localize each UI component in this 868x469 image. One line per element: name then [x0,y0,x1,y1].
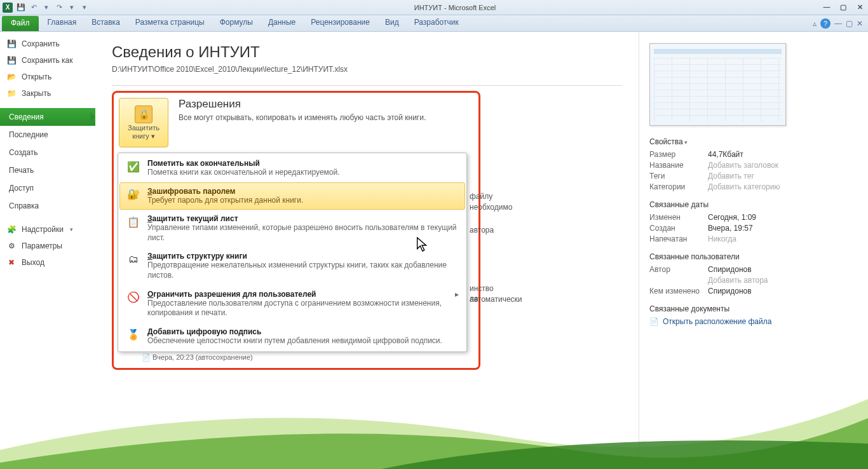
window-close-icon[interactable]: ✕ [857,19,863,28]
prop-cat-key: Категории [649,182,708,191]
prop-auth-key: Автор [649,265,708,274]
tab-page-layout[interactable]: Разметка страницы [128,15,212,31]
signature-icon: 🏅 [126,327,141,343]
maximize-button[interactable]: ▢ [837,3,849,11]
autosave-line: 📄 Вчера, 20:23 (автосохранение) [142,353,473,362]
tab-view[interactable]: Вид [377,15,407,31]
nav-recent[interactable]: Последние [0,126,95,144]
nav-options-label: Параметры [22,241,62,250]
prop-prn-key: Напечатан [649,234,708,243]
nav-print-label: Печать [9,166,34,175]
qat-customize-icon[interactable]: ▾ [80,3,89,11]
menu-protect-structure[interactable]: 🗂 Защитить структуру книгиЗащитить струк… [119,247,465,285]
nav-recent-label: Последние [9,130,48,139]
nav-save-label: Сохранить [22,39,60,48]
save-icon[interactable]: 💾 [17,3,25,11]
prop-crt-val: Вчера, 19:57 [708,224,753,233]
nav-save-as-label: Сохранить как [22,56,72,65]
tab-review[interactable]: Рецензирование [303,15,377,31]
nav-info[interactable]: Сведения [0,108,95,126]
menu-encrypt-title: ЗЗашифровать паролемашифровать паролем [147,187,303,196]
prop-crt-key: Создан [649,224,708,233]
menu-protect-sheet[interactable]: 📋 Защитить текущий листЗащитить текущий … [119,210,465,247]
nav-new-label: Создать [9,148,38,157]
section-dates: Связанные даты [649,200,855,209]
minimize-button[interactable]: — [821,3,832,11]
ribbon-help-area: ▵ ? — ▢ ✕ [813,15,868,31]
nav-addins[interactable]: 🧩Надстройки▾ [0,221,95,238]
nav-help-label: Справка [9,201,39,210]
nav-exit-label: Выход [22,258,44,267]
undo-icon[interactable]: ↶ [29,3,38,11]
help-icon[interactable]: ? [820,18,831,29]
menu-mark-final[interactable]: ✅ Пометить как окончательныйПометка книг… [119,154,465,182]
menu-encrypt-desc: Требует пароль для открытия данной книги… [147,196,303,206]
nav-share[interactable]: Доступ [0,179,95,197]
nav-save-as[interactable]: 💾Сохранить как [0,52,95,69]
window-restore-icon[interactable]: ▢ [846,19,853,28]
permissions-title: Разрешения [179,98,426,111]
window-title: ИНТУИТ - Microsoft Excel [89,4,821,11]
document-thumbnail [649,43,786,126]
prop-add-author[interactable]: Добавить автора [708,276,768,285]
nav-help[interactable]: Справка [0,197,95,215]
menu-restrict-permissions[interactable]: 🚫 Ограничить разрешения для пользователе… [119,285,465,323]
nav-new[interactable]: Создать [0,144,95,161]
open-file-location-link[interactable]: 📄Открыть расположение файла [649,317,855,326]
nav-open-label: Открыть [22,72,51,81]
page-title: Сведения о ИНТУИТ [112,43,622,61]
prop-size-key: Размер [649,150,708,159]
ribbon-minimize-icon[interactable]: ▵ [813,19,817,28]
tab-insert[interactable]: Вставка [84,15,128,31]
close-button[interactable]: ✕ [854,3,865,11]
prop-tags-val[interactable]: Добавить тег [708,172,754,180]
menu-mark-final-title: Пометить как окончательный [147,159,340,168]
section-people: Связанные пользователи [649,252,855,261]
menu-digital-signature[interactable]: 🏅 Добавить цифровую подписьДобавить цифр… [119,323,465,351]
nav-exit[interactable]: ✖Выход [0,254,95,271]
menu-encrypt-password[interactable]: 🔐 ЗЗашифровать паролемашифровать паролем… [119,182,465,210]
hidden-text-2: автора [470,225,494,236]
hidden-text-4: ла. [470,294,480,304]
redo-icon[interactable]: ↷ [55,3,64,11]
prop-cat-val[interactable]: Добавить категорию [708,182,780,191]
exit-icon: ✖ [6,257,17,268]
nav-print[interactable]: Печать [0,161,95,179]
nav-close[interactable]: 📁Закрыть [0,85,95,102]
section-properties[interactable]: Свойства [649,137,855,146]
prop-mod-key: Изменен [649,213,708,222]
nav-close-label: Закрыть [22,89,51,98]
menu-signature-title: Добавить цифровую подписьДобавить цифров… [147,327,442,336]
nav-share-label: Доступ [9,184,34,193]
backstage-view: 💾Сохранить 💾Сохранить как 📂Открыть 📁Закр… [0,32,868,469]
permissions-desc: Все могут открывать, копировать и изменя… [179,113,426,122]
nav-save[interactable]: 💾Сохранить [0,36,95,52]
section-docs: Связанные документы [649,304,855,313]
protect-workbook-button[interactable]: Защитить книгу ▾ [119,98,168,147]
prop-modby-key: Кем изменено [649,287,708,296]
tab-file[interactable]: Файл [2,16,39,31]
window-minimize-icon[interactable]: — [834,19,842,28]
save-as-icon: 💾 [6,55,17,65]
redo-drop-icon[interactable]: ▾ [67,3,76,11]
options-icon: ⚙ [6,241,17,251]
tab-formulas[interactable]: Формулы [212,15,261,31]
hidden-text-1: файлу необходимо [470,191,512,213]
ribbon-tabs: Файл Главная Вставка Разметка страницы Ф… [0,15,868,32]
menu-signature-desc: Обеспечение целостности книги путем доба… [147,336,442,346]
menu-protect-sheet-desc: Управление типами изменений, которые раз… [147,223,459,243]
undo-drop-icon[interactable]: ▾ [42,3,51,11]
tab-developer[interactable]: Разработчик [407,15,466,31]
addins-icon: 🧩 [6,224,17,234]
protect-btn-label-2: книгу ▾ [132,133,155,140]
tab-data[interactable]: Данные [261,15,303,31]
folder-icon: 📄 [649,317,659,326]
nav-open[interactable]: 📂Открыть [0,69,95,85]
open-folder-icon: 📂 [6,72,17,82]
prop-title-val[interactable]: Добавить заголовок [708,161,778,170]
menu-mark-final-desc: Пометка книги как окончательной и нереда… [147,168,340,178]
permissions-block: Защитить книгу ▾ Разрешения Все могут от… [112,91,480,370]
tab-home[interactable]: Главная [40,15,85,31]
nav-options[interactable]: ⚙Параметры [0,238,95,254]
title-bar: X 💾 ↶ ▾ ↷ ▾ ▾ ИНТУИТ - Microsoft Excel —… [0,0,868,15]
